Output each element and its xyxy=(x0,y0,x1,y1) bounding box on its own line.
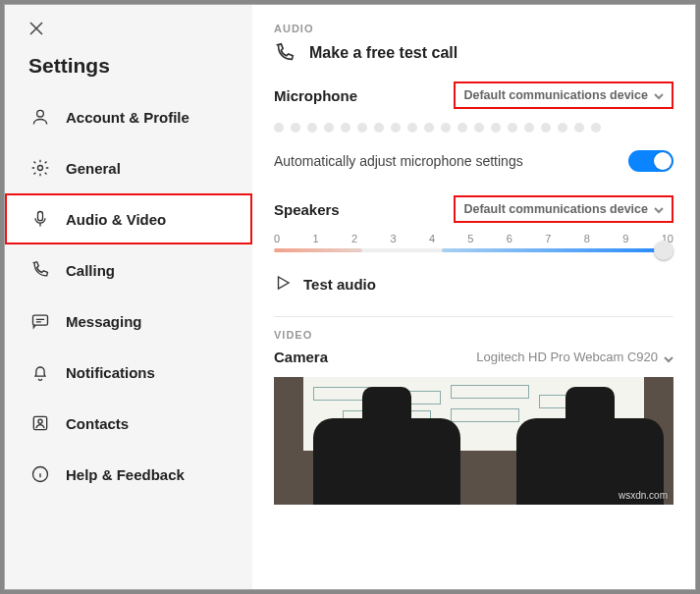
camera-device: Logitech HD Pro Webcam C920 xyxy=(476,350,658,364)
sidebar-item-messaging[interactable]: Messaging xyxy=(5,296,252,347)
sidebar-item-label: Notifications xyxy=(66,364,155,381)
chevron-down-icon xyxy=(664,352,673,362)
info-icon xyxy=(30,464,50,484)
sidebar-item-label: Calling xyxy=(66,262,115,279)
auto-adjust-row: Automatically adjust microphone settings xyxy=(274,150,673,172)
speakers-row: Speakers Default communications device xyxy=(274,195,673,223)
sidebar-item-label: Contacts xyxy=(66,415,129,432)
sidebar-item-account[interactable]: Account & Profile xyxy=(5,91,252,142)
auto-adjust-label: Automatically adjust microphone settings xyxy=(274,153,523,169)
settings-title: Settings xyxy=(5,44,252,91)
sidebar-item-label: General xyxy=(66,160,121,177)
speaker-volume-slider[interactable]: 012345678910 xyxy=(274,233,673,254)
sidebar-nav: Account & Profile General Audio & Video … xyxy=(5,91,252,500)
phone-icon xyxy=(30,260,50,280)
microphone-row: Microphone Default communications device xyxy=(274,81,673,109)
microphone-device: Default communications device xyxy=(463,88,648,102)
svg-rect-3 xyxy=(33,315,48,325)
speakers-label: Speakers xyxy=(274,201,340,218)
sidebar: Settings Account & Profile General Audio… xyxy=(5,5,252,589)
main-panel: AUDIO Make a free test call Microphone D… xyxy=(252,5,695,589)
chevron-down-icon xyxy=(654,90,664,100)
contacts-icon xyxy=(30,413,50,433)
auto-adjust-toggle[interactable] xyxy=(628,150,673,172)
play-icon xyxy=(274,274,292,295)
camera-preview: wsxdn.com xyxy=(274,377,673,505)
bell-icon xyxy=(30,362,50,382)
slider-ticks: 012345678910 xyxy=(274,233,673,244)
microphone-label: Microphone xyxy=(274,87,357,104)
sidebar-item-audio-video[interactable]: Audio & Video xyxy=(5,193,252,244)
mic-level-meter xyxy=(274,123,673,133)
sidebar-item-notifications[interactable]: Notifications xyxy=(5,347,252,398)
svg-point-1 xyxy=(38,166,43,171)
sidebar-item-label: Help & Feedback xyxy=(66,466,185,483)
chevron-down-icon xyxy=(654,204,664,214)
test-audio-label: Test audio xyxy=(303,276,376,293)
microphone-icon xyxy=(30,209,50,229)
sidebar-item-label: Messaging xyxy=(66,313,142,330)
svg-point-5 xyxy=(38,419,42,423)
test-call-label: Make a free test call xyxy=(309,44,458,62)
speakers-device: Default communications device xyxy=(463,202,648,216)
microphone-dropdown[interactable]: Default communications device xyxy=(454,81,673,109)
close-button[interactable] xyxy=(21,13,52,44)
phone-icon xyxy=(274,42,296,64)
camera-row: Camera Logitech HD Pro Webcam C920 xyxy=(274,349,673,365)
sidebar-item-label: Audio & Video xyxy=(66,211,166,228)
speakers-dropdown[interactable]: Default communications device xyxy=(454,195,673,223)
gear-icon xyxy=(30,158,50,178)
settings-window: Settings Account & Profile General Audio… xyxy=(4,4,696,590)
person-icon xyxy=(30,107,50,127)
test-audio-button[interactable]: Test audio xyxy=(274,274,673,295)
sidebar-item-contacts[interactable]: Contacts xyxy=(5,398,252,449)
divider xyxy=(274,316,673,317)
svg-rect-2 xyxy=(38,212,43,221)
test-call-button[interactable]: Make a free test call xyxy=(274,42,673,64)
sidebar-item-label: Account & Profile xyxy=(66,109,189,126)
message-icon xyxy=(30,311,50,331)
close-icon xyxy=(28,21,44,36)
watermark: wsxdn.com xyxy=(619,490,668,501)
sidebar-item-general[interactable]: General xyxy=(5,142,252,193)
video-section-label: VIDEO xyxy=(274,329,673,341)
sidebar-item-calling[interactable]: Calling xyxy=(5,244,252,296)
slider-thumb[interactable] xyxy=(654,241,673,260)
sidebar-item-help[interactable]: Help & Feedback xyxy=(5,449,252,500)
camera-label: Camera xyxy=(274,349,328,365)
svg-point-0 xyxy=(37,110,44,117)
camera-dropdown[interactable]: Logitech HD Pro Webcam C920 xyxy=(476,350,673,364)
audio-section-label: AUDIO xyxy=(274,23,673,34)
